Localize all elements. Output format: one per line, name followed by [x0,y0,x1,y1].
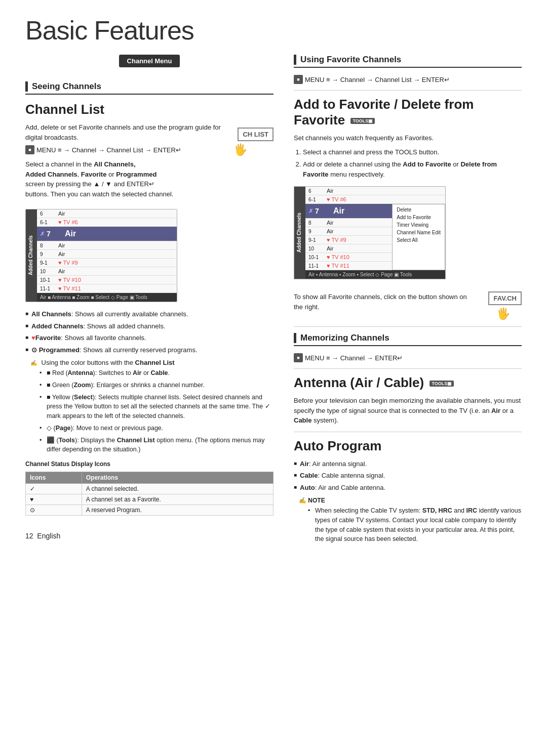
table-header-icons: Icons [26,472,82,484]
screen-row: 9Air [305,227,392,236]
table-op-check: A channel selected. [82,484,273,494]
channel-list-menu-path: ■ MENU ≡ → Channel → Channel List → ENTE… [25,145,228,154]
channel-screen: Added Channels 6Air 6-1♥ TV #6 ✗ 7 Air [25,209,177,302]
screen-row-highlighted: ✗ 7 Air [37,227,177,241]
screen-row-highlighted: ✗ 7 Air [305,204,392,219]
seeing-channels-title: Seeing Channels [32,81,101,92]
status-table: Icons Operations ✓ A channel selected. ♥… [25,472,274,516]
antenna-tools-badge: TOOLS▣ [429,381,454,387]
channel-list-heading: Channel List [25,102,274,117]
chlist-button[interactable]: CH LIST [238,128,274,141]
bullet-programmed: ⊙ Programmed: Shows all currently reserv… [25,345,274,355]
bullet-all-channels: All Channels: Shows all currently availa… [25,309,274,319]
bullet-favorite: ♥ Favorite: Shows all favorite channels. [25,333,274,343]
table-icon-clock: ⊙ [26,505,82,516]
screen-row: 10Air [305,244,392,253]
auto-program-heading: Auto Program [294,438,522,454]
fav-screen-content: 6Air 6-1♥ TV #6 ✗ 7 Air [305,187,445,279]
fav-context-menu: Delete Add to Favorite Timer Viewing Cha… [392,204,445,270]
bullet-auto: Auto: Air and Cable antenna. [294,483,522,493]
table-icon-heart: ♥ [26,494,82,505]
context-menu-timer[interactable]: Timer Viewing [393,221,445,229]
fav-screen-wrap: Added Channels 6Air 6-1♥ TV #6 ✗ [294,186,522,279]
screen-row: 11-1♥ TV #11 [305,262,392,270]
sub-bullet-yellow: ■ Yellow (Select): Selects multiple chan… [40,393,274,421]
menu-icon-mem: ■ [294,353,303,362]
table-row: ✓ A channel selected. [26,484,274,494]
screen-row: 6Air [305,187,445,195]
screen-vert-label: Added Channels [26,209,37,302]
context-menu-delete[interactable]: Delete [393,206,445,214]
fav-vert-label: Added Channels [294,187,305,279]
page-number: 12 English [25,526,274,542]
table-header-operations: Operations [82,472,273,484]
screen-row: 11-1♥ TV #11 [37,284,177,293]
channel-screen-wrap: Added Channels 6Air 6-1♥ TV #6 ✗ 7 Air [25,209,274,302]
screen-toolbar: Air ■ Antenna ■ Zoom ■ Select ◇ Page ▣ T… [37,293,177,302]
antenna-heading: Antenna (Air / Cable) TOOLS▣ [294,375,522,391]
status-table-title: Channel Status Display Icons [25,460,274,468]
fav-screen-sidebar: Added Channels 6Air 6-1♥ TV #6 ✗ [294,187,445,279]
sub-bullets: ■ Red (Antenna): Switches to Air or Cabl… [40,368,274,454]
screen-row: 8Air [37,241,177,250]
fav-note: To show all Favorite channels, click on … [294,292,476,312]
using-fav-path-text: MENU ≡ → Channel → Channel List → ENTER↵ [305,76,450,83]
using-fav-menu-path: ■ MENU ≡ → Channel → Channel List → ENTE… [294,75,522,84]
screen-content: 6Air 6-1♥ TV #6 ✗ 7 Air 8Air [37,209,177,302]
channel-menu-badge: Channel Menu [119,55,180,67]
using-fav-title: Using Favorite Channels [300,55,401,65]
mem-path-text: MENU ≡ → Channel → ENTER↵ [305,354,403,362]
table-op-heart: A channel set as a Favorite. [82,494,273,505]
screen-row: 6Air [37,209,177,218]
auto-program-bullets: Air: Air antenna signal. Cable: Cable an… [294,459,522,493]
section-bar-fav [294,55,296,65]
left-column: Channel Menu Seeing Channels Channel Lis… [25,55,274,548]
channel-list-desc1: Add, delete or set Favorite channels and… [25,122,228,142]
screen-row: 9-1♥ TV #9 [305,236,392,244]
channel-list-bullets: All Channels: Shows all currently availa… [25,309,274,355]
table-row: ⊙ A reserved Program. [26,505,274,516]
add-to-fav-desc: Set channels you watch frequently as Fav… [294,133,522,143]
memorizing-title: Memorizing Channels [300,333,389,343]
menu-icon: ■ [25,145,34,154]
using-fav-header: Using Favorite Channels [294,55,522,68]
bullet-air: Air: Air antenna signal. [294,459,522,469]
sub-bullet-tools: ⬛ (Tools): Displays the Channel List opt… [40,436,274,455]
auto-program-note: ✍ NOTE When selecting the Cable TV syste… [294,496,522,544]
screen-row: 8Air [305,219,392,227]
fav-screen: Added Channels 6Air 6-1♥ TV #6 ✗ [294,186,446,279]
context-menu-edit[interactable]: Channel Name Edit [393,229,445,236]
screen-row: 10Air [37,267,177,276]
screen-row: 9Air [37,250,177,259]
fav-screen-toolbar: Air ▪ Antenna ▪ Zoom ▪ Select ◇ Page ▣ T… [305,270,445,279]
color-button-note: ✍ Using the color buttons with the Chann… [25,359,274,454]
table-op-clock: A reserved Program. [82,505,273,516]
right-column: Using Favorite Channels ■ MENU ≡ → Chann… [294,55,522,548]
antenna-desc: Before your television can begin memoriz… [294,396,522,426]
table-icon-check: ✓ [26,484,82,494]
bullet-cable: Cable: Cable antenna signal. [294,471,522,481]
screen-sidebar: Added Channels 6Air 6-1♥ TV #6 ✗ 7 Air [26,209,177,302]
screen-row: 10-1♥ TV #10 [305,253,392,262]
channel-list-desc2: Select a channel in the All Channels,Add… [25,159,228,199]
add-to-fav-steps: Select a channel and press the TOOLS but… [303,147,522,180]
sub-bullet-red: ■ Red (Antenna): Switches to Air or Cabl… [40,368,274,378]
context-menu-select-all[interactable]: Select All [393,236,445,244]
menu-path-text: MENU ≡ → Channel → Channel List → ENTER↵ [36,146,181,154]
menu-icon-fav: ■ [294,75,303,84]
note-item: When selecting the Cable TV system: STD,… [308,506,522,544]
page-title: Basic Features [25,15,522,46]
memorizing-menu-path: ■ MENU ≡ → Channel → ENTER↵ [294,353,522,362]
page-lang: English [37,532,60,540]
sub-bullet-green: ■ Green (Zoom): Enlarges or shrinks a ch… [40,381,274,390]
screen-row: 10-1♥ TV #10 [37,276,177,284]
add-to-fav-heading: Add to Favorite / Delete from Favorite T… [294,97,522,128]
step-1: Select a channel and press the TOOLS but… [303,147,522,157]
fav-ch-button[interactable]: FAV.CH [488,291,522,305]
context-menu-add-fav[interactable]: Add to Favorite [393,214,445,221]
seeing-channels-header: Seeing Channels [25,81,274,95]
screen-row: 9-1♥ TV #9 [37,259,177,267]
bullet-added-channels: Added Channels: Shows all added channels… [25,321,274,331]
memorizing-header: Memorizing Channels [294,333,522,346]
table-row: ♥ A channel set as a Favorite. [26,494,274,505]
